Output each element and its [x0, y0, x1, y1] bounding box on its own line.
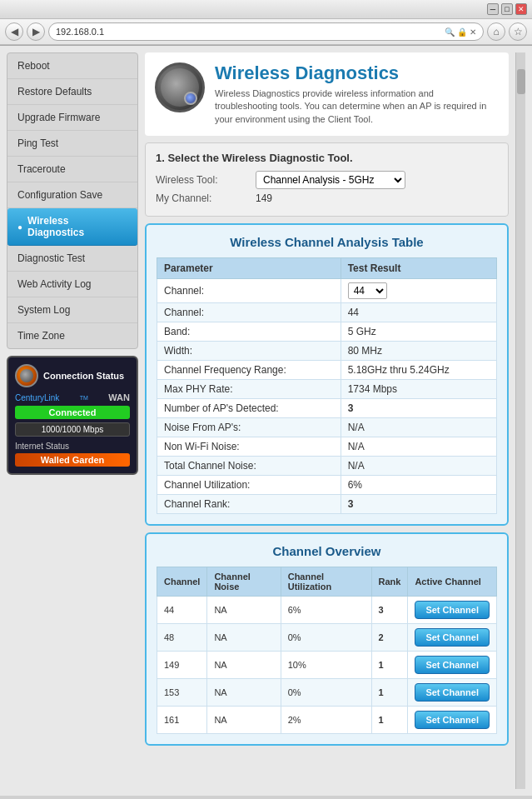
sidebar-item-system-log[interactable]: System Log	[7, 297, 137, 323]
isp-label: CenturyLink	[15, 393, 59, 402]
noise-val: NA	[207, 652, 281, 679]
analysis-section: Wireless Channel Analysis Table Paramete…	[145, 223, 509, 526]
close-icon: ✕	[470, 27, 476, 37]
connection-header: Connection Status	[15, 364, 130, 387]
tool-selector-section: 1. Select the Wireless Diagnostic Tool. …	[145, 142, 509, 217]
sidebar-item-config-save[interactable]: Configuration Save	[7, 182, 137, 208]
row-value: 5.18GHz thru 5.24GHz	[341, 361, 496, 380]
active-channel-cell[interactable]: Set Channel	[408, 707, 497, 734]
row-param: Channel Frequency Range:	[157, 361, 341, 380]
table-row: 153 NA 0% 1 Set Channel	[157, 679, 497, 707]
table-row: Channel Rank: 3	[157, 495, 497, 514]
channel-val: 149	[157, 652, 207, 679]
row-param: Max PHY Rate:	[157, 380, 341, 399]
overview-section: Channel Overview Channel Channel Noise C…	[145, 532, 509, 746]
wireless-tool-select[interactable]: Channel Analysis - 5GHz Site Survey Chan…	[256, 171, 405, 189]
wireless-tool-row: Wireless Tool: Channel Analysis - 5GHz S…	[156, 171, 498, 189]
rank-val: 2	[371, 624, 408, 652]
set-channel-button-2[interactable]: Set Channel	[415, 656, 490, 674]
connection-status-badge: Connected	[15, 406, 130, 419]
row-param: Total Channel Noise:	[157, 457, 341, 476]
util-val: 0%	[281, 624, 371, 652]
minimize-button[interactable]: ─	[487, 3, 499, 15]
speed-badge: 1000/1000 Mbps	[15, 422, 130, 437]
home-button[interactable]: ⌂	[487, 22, 505, 41]
sidebar-item-reboot[interactable]: Reboot	[7, 53, 137, 79]
analysis-title: Wireless Channel Analysis Table	[157, 235, 497, 249]
address-bar[interactable]: 192.168.0.1 🔍 🔒 ✕	[48, 22, 484, 41]
sidebar-label-firmware: Upgrade Firmware	[17, 112, 100, 123]
active-channel-cell[interactable]: Set Channel	[408, 652, 497, 679]
scrollbar[interactable]	[515, 52, 525, 789]
noise-val: NA	[207, 597, 281, 624]
set-channel-button-4[interactable]: Set Channel	[415, 711, 490, 729]
set-channel-button-1[interactable]: Set Channel	[415, 628, 490, 647]
sidebar-menu: Reboot Restore Defaults Upgrade Firmware…	[7, 52, 138, 349]
sidebar-label-wireless-diag: Wireless Diagnostics	[27, 215, 127, 238]
wireless-diag-icon	[155, 62, 205, 112]
channel-dropdown[interactable]: 44 48 149 153 161	[348, 282, 387, 299]
header-text: Wireless Diagnostics Wireless Diagnostic…	[215, 62, 499, 126]
address-icons: 🔍 🔒 ✕	[445, 27, 476, 37]
rank-val: 3	[371, 597, 408, 624]
sidebar-item-ping[interactable]: Ping Test	[7, 131, 137, 157]
search-icon: 🔍	[445, 27, 455, 37]
row-param: Non Wi-Fi Noise:	[157, 437, 341, 457]
close-button[interactable]: ✕	[515, 3, 527, 15]
maximize-button[interactable]: □	[501, 3, 513, 15]
sidebar-item-wireless-diag[interactable]: Wireless Diagnostics	[7, 208, 137, 246]
row-value: 5 GHz	[341, 322, 496, 342]
my-channel-value: 149	[256, 192, 272, 204]
noise-val: NA	[207, 707, 281, 734]
row-param: Channel Rank:	[157, 495, 341, 514]
analysis-table: Parameter Test Result Channel: 44 48 149…	[157, 257, 497, 514]
sidebar-label-diagnostic-test: Diagnostic Test	[17, 252, 85, 264]
rank-val: 1	[371, 679, 408, 707]
sidebar-item-traceroute[interactable]: Traceroute	[7, 157, 137, 182]
active-channel-cell[interactable]: Set Channel	[408, 679, 497, 707]
sidebar-label-reboot: Reboot	[17, 60, 50, 72]
col-result: Test Result	[341, 258, 496, 279]
active-channel-cell[interactable]: Set Channel	[408, 624, 497, 652]
col-noise: Channel Noise	[207, 567, 281, 597]
set-channel-button-0[interactable]: Set Channel	[415, 601, 490, 619]
sidebar-label-ping: Ping Test	[17, 137, 58, 149]
row-param: Channel Utilization:	[157, 476, 341, 495]
channel-val: 48	[157, 624, 207, 652]
table-row: Noise From AP's: N/A	[157, 418, 497, 437]
overview-title: Channel Overview	[157, 544, 497, 558]
row-value-highlight: 3	[341, 495, 496, 514]
table-row: 161 NA 2% 1 Set Channel	[157, 707, 497, 734]
browser-chrome: ─ □ ✕ ◀ ▶ 192.168.0.1 🔍 🔒 ✕ ⌂ ☆	[0, 0, 532, 46]
row-param: Number of AP's Detected:	[157, 399, 341, 418]
page-description: Wireless Diagnostics provide wireless in…	[215, 87, 499, 126]
wan-label: WAN	[108, 392, 130, 402]
my-channel-label: My Channel:	[156, 192, 256, 204]
lock-icon: 🔒	[457, 27, 467, 37]
sidebar-item-restore[interactable]: Restore Defaults	[7, 79, 137, 105]
table-row: Number of AP's Detected: 3	[157, 399, 497, 418]
internet-status-label: Internet Status	[15, 442, 130, 451]
sidebar-item-web-activity[interactable]: Web Activity Log	[7, 272, 137, 297]
back-button[interactable]: ◀	[5, 22, 23, 41]
sidebar-label-config-save: Configuration Save	[17, 189, 102, 201]
set-channel-button-3[interactable]: Set Channel	[415, 683, 490, 702]
sidebar-item-diagnostic-test[interactable]: Diagnostic Test	[7, 246, 137, 272]
noise-val: NA	[207, 679, 281, 707]
channel-val: 161	[157, 707, 207, 734]
row-param: Channel:	[157, 303, 341, 322]
active-channel-cell[interactable]: Set Channel	[408, 597, 497, 624]
star-button[interactable]: ☆	[509, 22, 527, 41]
sidebar-item-firmware[interactable]: Upgrade Firmware	[7, 105, 137, 131]
window-controls: ─ □ ✕	[487, 3, 527, 15]
sidebar-item-timezone[interactable]: Time Zone	[7, 323, 137, 348]
forward-button[interactable]: ▶	[27, 22, 45, 41]
title-bar: ─ □ ✕	[0, 0, 532, 19]
channel-select-cell[interactable]: 44 48 149 153 161	[341, 279, 496, 303]
my-channel-row: My Channel: 149	[156, 192, 498, 204]
table-row: Non Wi-Fi Noise: N/A	[157, 437, 497, 457]
main-wrapper: Reboot Restore Defaults Upgrade Firmware…	[0, 46, 532, 796]
sidebar-label-restore: Restore Defaults	[17, 86, 92, 97]
table-row: Band: 5 GHz	[157, 322, 497, 342]
row-value: N/A	[341, 418, 496, 437]
